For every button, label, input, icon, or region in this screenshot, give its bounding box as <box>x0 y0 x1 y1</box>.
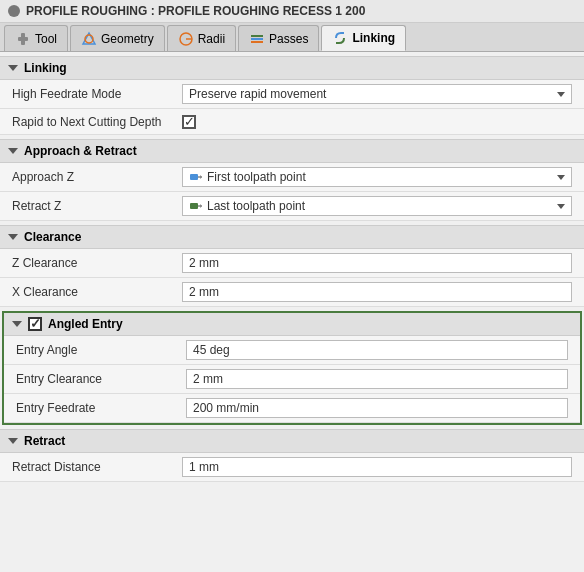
linking-section: Linking High Feedrate Mode Preserve rapi… <box>0 56 584 135</box>
tab-radii[interactable]: Radii <box>167 25 236 51</box>
approach-retract-header[interactable]: Approach & Retract <box>0 139 584 163</box>
tab-geometry[interactable]: Geometry <box>70 25 165 51</box>
retract-z-label: Retract Z <box>12 199 182 213</box>
linking-triangle[interactable] <box>8 65 18 71</box>
tab-radii-label: Radii <box>198 32 225 46</box>
rapid-next-label: Rapid to Next Cutting Depth <box>12 115 182 129</box>
z-clearance-field[interactable]: 2 mm <box>182 253 572 273</box>
retract-distance-label: Retract Distance <box>12 460 182 474</box>
clearance-section: Clearance Z Clearance 2 mm X Clearance 2… <box>0 225 584 307</box>
title-icon <box>8 5 20 17</box>
entry-clearance-label: Entry Clearance <box>16 372 186 386</box>
content-area: Linking High Feedrate Mode Preserve rapi… <box>0 52 584 564</box>
entry-feedrate-field[interactable]: 200 mm/min <box>186 398 568 418</box>
geometry-icon <box>81 31 97 47</box>
entry-clearance-row: Entry Clearance 2 mm <box>4 365 580 394</box>
retract-distance-value: 1 mm <box>189 460 219 474</box>
svg-rect-1 <box>21 33 25 45</box>
approach-z-dropdown[interactable]: First toolpath point <box>182 167 572 187</box>
linking-header-label: Linking <box>24 61 67 75</box>
linking-header[interactable]: Linking <box>0 56 584 80</box>
angled-entry-checkbox[interactable] <box>28 317 42 331</box>
svg-rect-9 <box>190 174 198 180</box>
svg-rect-12 <box>190 203 198 209</box>
tab-tool[interactable]: Tool <box>4 25 68 51</box>
entry-angle-row: Entry Angle 45 deg <box>4 336 580 365</box>
angled-entry-header-label: Angled Entry <box>48 317 123 331</box>
angled-entry-section: Angled Entry Entry Angle 45 deg Entry Cl… <box>2 311 582 425</box>
retract-z-value: Last toolpath point <box>207 199 305 213</box>
z-clearance-value: 2 mm <box>189 256 219 270</box>
title-text: PROFILE ROUGHING : PROFILE ROUGHING RECE… <box>26 4 365 18</box>
passes-icon <box>249 31 265 47</box>
retract-header[interactable]: Retract <box>0 429 584 453</box>
tab-passes[interactable]: Passes <box>238 25 319 51</box>
tab-passes-label: Passes <box>269 32 308 46</box>
tab-linking-label: Linking <box>352 31 395 45</box>
retract-section: Retract Retract Distance 1 mm <box>0 429 584 482</box>
svg-marker-14 <box>200 204 202 208</box>
svg-rect-7 <box>251 38 263 40</box>
tool-icon <box>15 31 31 47</box>
x-clearance-value: 2 mm <box>189 285 219 299</box>
angled-entry-header[interactable]: Angled Entry <box>4 313 580 336</box>
clearance-header[interactable]: Clearance <box>0 225 584 249</box>
tab-linking[interactable]: Linking <box>321 25 406 51</box>
retract-z-row: Retract Z Last toolpath point <box>0 192 584 221</box>
retract-header-label: Retract <box>24 434 65 448</box>
approach-z-arrow <box>557 175 565 180</box>
entry-clearance-field[interactable]: 2 mm <box>186 369 568 389</box>
entry-feedrate-row: Entry Feedrate 200 mm/min <box>4 394 580 423</box>
approach-z-label: Approach Z <box>12 170 182 184</box>
x-clearance-field[interactable]: 2 mm <box>182 282 572 302</box>
z-clearance-row: Z Clearance 2 mm <box>0 249 584 278</box>
svg-rect-6 <box>251 35 263 37</box>
checkbox-icon[interactable] <box>182 115 196 129</box>
svg-rect-8 <box>251 41 263 43</box>
tab-bar: Tool Geometry Radii Passes Linking <box>0 23 584 52</box>
entry-angle-value: 45 deg <box>193 343 230 357</box>
high-feedrate-label: High Feedrate Mode <box>12 87 182 101</box>
entry-feedrate-label: Entry Feedrate <box>16 401 186 415</box>
rapid-next-checkbox[interactable] <box>182 115 196 129</box>
high-feedrate-value: Preserve rapid movement <box>189 87 326 101</box>
entry-angle-label: Entry Angle <box>16 343 186 357</box>
approach-retract-triangle[interactable] <box>8 148 18 154</box>
tab-geometry-label: Geometry <box>101 32 154 46</box>
approach-retract-header-label: Approach & Retract <box>24 144 137 158</box>
entry-clearance-value: 2 mm <box>193 372 223 386</box>
x-clearance-row: X Clearance 2 mm <box>0 278 584 307</box>
approach-z-icon <box>189 170 203 184</box>
z-clearance-label: Z Clearance <box>12 256 182 270</box>
approach-z-row: Approach Z First toolpath point <box>0 163 584 192</box>
retract-z-arrow <box>557 204 565 209</box>
title-bar: PROFILE ROUGHING : PROFILE ROUGHING RECE… <box>0 0 584 23</box>
retract-z-icon <box>189 199 203 213</box>
x-clearance-label: X Clearance <box>12 285 182 299</box>
clearance-triangle[interactable] <box>8 234 18 240</box>
retract-distance-field[interactable]: 1 mm <box>182 457 572 477</box>
svg-marker-11 <box>200 175 202 179</box>
high-feedrate-row: High Feedrate Mode Preserve rapid moveme… <box>0 80 584 109</box>
entry-feedrate-value: 200 mm/min <box>193 401 259 415</box>
linking-icon <box>332 30 348 46</box>
entry-angle-field[interactable]: 45 deg <box>186 340 568 360</box>
tab-tool-label: Tool <box>35 32 57 46</box>
retract-z-dropdown[interactable]: Last toolpath point <box>182 196 572 216</box>
high-feedrate-dropdown[interactable]: Preserve rapid movement <box>182 84 572 104</box>
radii-icon <box>178 31 194 47</box>
angled-entry-triangle[interactable] <box>12 321 22 327</box>
approach-retract-section: Approach & Retract Approach Z First tool… <box>0 139 584 221</box>
high-feedrate-arrow <box>557 92 565 97</box>
retract-triangle[interactable] <box>8 438 18 444</box>
clearance-header-label: Clearance <box>24 230 81 244</box>
approach-z-value: First toolpath point <box>207 170 306 184</box>
rapid-next-row: Rapid to Next Cutting Depth <box>0 109 584 135</box>
retract-distance-row: Retract Distance 1 mm <box>0 453 584 482</box>
